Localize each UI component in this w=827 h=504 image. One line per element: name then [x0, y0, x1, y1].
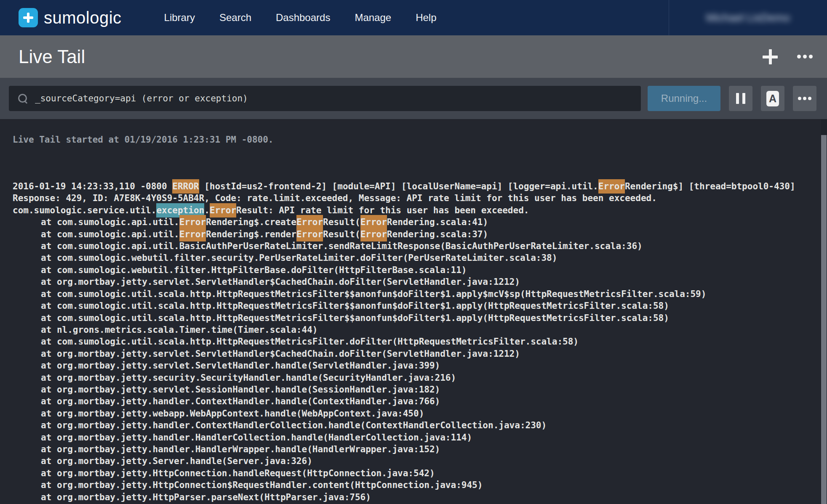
log-line: at org.mortbay.jetty.HttpConnection.hand…: [13, 467, 827, 479]
log-text: at org.mortbay.jetty.handler.ContextHand…: [41, 396, 440, 406]
log-scrollbar[interactable]: [821, 119, 827, 504]
header-more-ellipsis-icon[interactable]: [797, 55, 813, 58]
log-line: at com.sumologic.api.util.ErrorRendering…: [13, 228, 827, 240]
log-text: .: [204, 205, 210, 215]
log-text: com.sumologic.service.util.: [13, 205, 156, 215]
log-text: at com.sumologic.util.scala.http.HttpReq…: [41, 313, 669, 323]
log-text: at com.sumologic.api.util.: [41, 217, 179, 227]
sumologic-plus-icon: [19, 8, 38, 27]
log-text: at org.mortbay.jetty.Server.handle(Serve…: [41, 456, 312, 466]
log-text: Rendering$.render: [206, 229, 296, 239]
log-text: at org.mortbay.jetty.servlet.SessionHand…: [41, 385, 440, 395]
livetail-started-line: Live Tail started at 01/19/2016 1:23:31 …: [13, 134, 827, 146]
log-text: Response: 429, ID: A7E8K-4Y0S9-5AB4R, Co…: [13, 193, 657, 203]
log-text: at com.sumologic.util.scala.http.HttpReq…: [41, 337, 579, 347]
header-actions: [763, 49, 813, 64]
log-text: at com.sumologic.webutil.filter.HttpFilt…: [41, 265, 467, 275]
log-text: Rendering.scala:41): [387, 217, 488, 227]
log-line: at org.mortbay.jetty.HttpParser.parseNex…: [13, 491, 827, 503]
highlight-orange: Error: [360, 227, 387, 241]
log-text: Result: API rate limit for this user has…: [236, 205, 529, 215]
log-line: at com.sumologic.webutil.filter.HttpFilt…: [13, 264, 827, 276]
log-text: [hostId=us2-frontend-2] [module=API] [lo…: [199, 181, 598, 191]
log-scrollbar-thumb[interactable]: [821, 135, 827, 504]
search-icon: [18, 94, 27, 103]
log-text: Rendering$] [thread=btpool0-430]: [625, 181, 795, 191]
nav-menu: Library Search Dashboards Manage Help: [152, 0, 449, 35]
log-line: at org.mortbay.jetty.servlet.ServletHand…: [13, 348, 827, 360]
log-text: at org.mortbay.jetty.servlet.ServletHand…: [41, 349, 520, 359]
highlight-orange: Error: [296, 227, 323, 241]
log-text: at org.mortbay.jetty.security.SecurityHa…: [41, 373, 456, 383]
log-text: Result(: [323, 217, 360, 227]
highlight-orange: Error: [598, 179, 625, 194]
top-nav-bar: sumologic Library Search Dashboards Mana…: [0, 0, 827, 35]
nav-item-help[interactable]: Help: [403, 0, 448, 35]
log-text: at org.mortbay.jetty.handler.HandlerColl…: [41, 432, 472, 443]
highlight-orange: Error: [179, 227, 206, 241]
log-line: at org.mortbay.jetty.Server.handle(Serve…: [13, 455, 827, 467]
log-line: at com.sumologic.util.scala.http.HttpReq…: [13, 336, 827, 347]
log-line: Response: 429, ID: A7E8K-4Y0S9-5AB4R, Co…: [13, 192, 827, 204]
log-text: at org.mortbay.jetty.handler.HandlerWrap…: [41, 444, 440, 454]
log-line: at com.sumologic.util.scala.http.HttpReq…: [13, 312, 827, 324]
log-line: at com.sumologic.util.scala.http.HttpReq…: [13, 300, 827, 312]
page-title: Live Tail: [19, 46, 85, 67]
log-line: at org.mortbay.jetty.handler.ContextHand…: [13, 395, 827, 407]
highlight-orange: ERROR: [172, 179, 199, 194]
log-text: at org.mortbay.jetty.webapp.WebAppContex…: [41, 409, 424, 419]
log-text: at com.sumologic.util.scala.http.HttpReq…: [41, 301, 669, 311]
page-header: Live Tail: [0, 35, 827, 78]
new-livetail-plus-icon[interactable]: [763, 49, 778, 64]
log-line: at com.sumologic.util.scala.http.HttpReq…: [13, 288, 827, 300]
log-line: at org.mortbay.jetty.security.SecurityHa…: [13, 372, 827, 384]
log-text: 2016-01-19 14:23:33,110 -0800: [13, 181, 172, 191]
log-line: 2016-01-19 14:23:33,110 -0800 ERROR [hos…: [13, 180, 827, 192]
pause-button[interactable]: [729, 86, 752, 111]
log-line: at org.mortbay.jetty.servlet.ServletHand…: [13, 276, 827, 288]
log-text: at org.mortbay.jetty.HttpConnection$Requ…: [41, 480, 483, 490]
running-button[interactable]: Running...: [648, 86, 720, 111]
log-text: at com.sumologic.api.util.: [41, 229, 179, 239]
log-line: at org.mortbay.jetty.handler.HandlerWrap…: [13, 443, 827, 455]
query-toolbar: Running... A: [0, 78, 827, 119]
log-text: at org.mortbay.jetty.handler.ContextHand…: [41, 420, 547, 430]
toolbar-more-button[interactable]: [793, 86, 816, 111]
log-line: at com.sumologic.api.util.BasicAuthPerUs…: [13, 240, 827, 252]
nav-item-dashboards[interactable]: Dashboards: [264, 0, 342, 35]
log-line: at org.mortbay.jetty.handler.ContextHand…: [13, 419, 827, 431]
highlight-orange: Error: [210, 203, 236, 218]
log-line: com.sumologic.service.util.exception.Err…: [13, 204, 827, 216]
user-name-blurred: Michael LisDemo: [706, 11, 790, 24]
ellipsis-icon: [798, 97, 811, 100]
query-box: [9, 86, 641, 111]
log-text: at org.mortbay.jetty.HttpParser.parseNex…: [41, 492, 371, 502]
log-line: at org.mortbay.jetty.servlet.ServletHand…: [13, 360, 827, 371]
log-text: Result(: [323, 229, 360, 239]
log-text: at org.mortbay.jetty.servlet.ServletHand…: [41, 361, 440, 371]
livetail-log-viewport[interactable]: Live Tail started at 01/19/2016 1:23:31 …: [0, 119, 827, 504]
log-text: at com.sumologic.webutil.filter.security…: [41, 253, 557, 263]
log-text: Rendering.scala:37): [387, 229, 488, 239]
nav-item-library[interactable]: Library: [152, 0, 207, 35]
log-line: at org.mortbay.jetty.handler.HandlerColl…: [13, 432, 827, 443]
log-text: Rendering$.create: [206, 217, 296, 227]
log-line: at com.sumologic.webutil.filter.security…: [13, 252, 827, 264]
log-text: at nl.grons.metrics.scala.Timer.time(Tim…: [41, 325, 317, 335]
log-line: at com.sumologic.api.util.ErrorRendering…: [13, 216, 827, 228]
query-input[interactable]: [34, 93, 641, 104]
nav-item-search[interactable]: Search: [207, 0, 264, 35]
sumologic-logo-text: sumologic: [44, 8, 122, 27]
log-line: at org.mortbay.jetty.HttpConnection$Requ…: [13, 479, 827, 491]
log-line: at nl.grons.metrics.scala.Timer.time(Tim…: [13, 324, 827, 336]
pause-icon: [736, 93, 745, 104]
user-account-menu[interactable]: Michael LisDemo: [669, 0, 827, 35]
log-text: at com.sumologic.api.util.BasicAuthPerUs…: [41, 241, 643, 251]
nav-item-manage[interactable]: Manage: [342, 0, 403, 35]
text-size-button[interactable]: A: [761, 86, 784, 111]
log-line: at org.mortbay.jetty.webapp.WebAppContex…: [13, 408, 827, 419]
sumologic-logo[interactable]: sumologic: [19, 8, 122, 27]
log-line: at org.mortbay.jetty.servlet.SessionHand…: [13, 384, 827, 395]
log-message: 2016-01-19 14:23:33,110 -0800 ERROR [hos…: [13, 180, 827, 504]
log-text: at org.mortbay.jetty.servlet.ServletHand…: [41, 277, 520, 287]
